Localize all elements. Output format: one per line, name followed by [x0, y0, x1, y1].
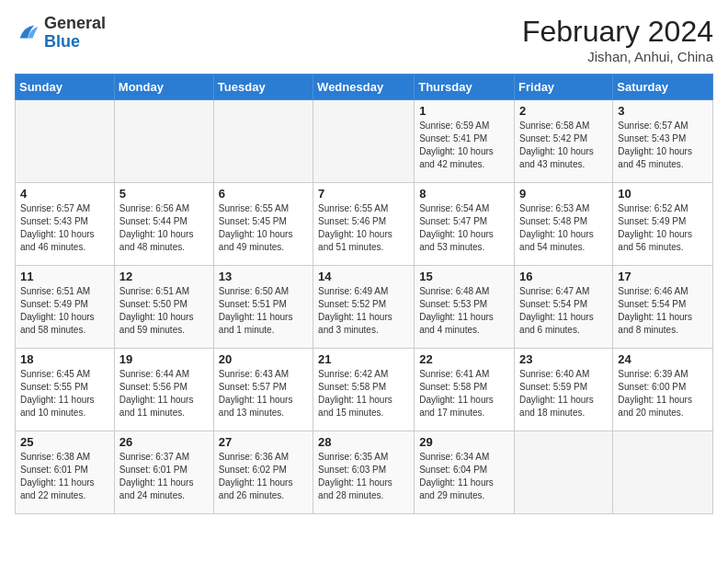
day-number: 13: [219, 270, 308, 283]
day-number: 27: [219, 435, 308, 449]
day-info: Sunrise: 6:43 AM Sunset: 5:57 PM Dayligh…: [219, 368, 308, 419]
day-number: 21: [318, 352, 409, 366]
calendar-cell: [213, 100, 313, 183]
logo-general: General: [44, 15, 106, 33]
calendar-cell: 3Sunrise: 6:57 AM Sunset: 5:43 PM Daylig…: [613, 100, 713, 183]
day-number: 17: [618, 270, 708, 283]
calendar-week-row: 4Sunrise: 6:57 AM Sunset: 5:43 PM Daylig…: [16, 183, 713, 266]
day-info: Sunrise: 6:40 AM Sunset: 5:59 PM Dayligh…: [519, 368, 608, 419]
calendar-cell: 19Sunrise: 6:44 AM Sunset: 5:56 PM Dayli…: [114, 349, 213, 431]
day-info: Sunrise: 6:35 AM Sunset: 6:03 PM Dayligh…: [318, 451, 409, 502]
calendar-cell: 10Sunrise: 6:52 AM Sunset: 5:49 PM Dayli…: [613, 183, 713, 266]
day-number: 18: [20, 352, 109, 366]
calendar-cell: 16Sunrise: 6:47 AM Sunset: 5:54 PM Dayli…: [515, 266, 613, 349]
calendar-header-row: SundayMondayTuesdayWednesdayThursdayFrid…: [16, 75, 713, 100]
day-of-week-header: Thursday: [415, 75, 515, 100]
day-info: Sunrise: 6:57 AM Sunset: 5:43 PM Dayligh…: [20, 202, 109, 254]
calendar-cell: [613, 431, 713, 514]
calendar-cell: 13Sunrise: 6:50 AM Sunset: 5:51 PM Dayli…: [213, 266, 313, 349]
day-info: Sunrise: 6:50 AM Sunset: 5:51 PM Dayligh…: [219, 285, 308, 337]
day-number: 20: [219, 352, 308, 366]
calendar-cell: 6Sunrise: 6:55 AM Sunset: 5:45 PM Daylig…: [213, 183, 313, 266]
day-number: 19: [119, 352, 209, 366]
calendar-week-row: 18Sunrise: 6:45 AM Sunset: 5:55 PM Dayli…: [16, 349, 713, 431]
calendar-cell: 25Sunrise: 6:38 AM Sunset: 6:01 PM Dayli…: [16, 431, 115, 514]
calendar-cell: [313, 100, 415, 183]
day-info: Sunrise: 6:54 AM Sunset: 5:47 PM Dayligh…: [419, 202, 509, 254]
day-number: 6: [219, 187, 308, 201]
day-of-week-header: Sunday: [16, 75, 115, 100]
calendar-week-row: 11Sunrise: 6:51 AM Sunset: 5:49 PM Dayli…: [16, 266, 713, 349]
calendar-cell: 20Sunrise: 6:43 AM Sunset: 5:57 PM Dayli…: [213, 349, 313, 431]
day-info: Sunrise: 6:44 AM Sunset: 5:56 PM Dayligh…: [119, 368, 209, 419]
day-info: Sunrise: 6:46 AM Sunset: 5:54 PM Dayligh…: [618, 285, 708, 337]
calendar-cell: 26Sunrise: 6:37 AM Sunset: 6:01 PM Dayli…: [114, 431, 213, 514]
day-info: Sunrise: 6:56 AM Sunset: 5:44 PM Dayligh…: [119, 202, 209, 254]
calendar-cell: 29Sunrise: 6:34 AM Sunset: 6:04 PM Dayli…: [415, 431, 515, 514]
calendar-cell: 15Sunrise: 6:48 AM Sunset: 5:53 PM Dayli…: [415, 266, 515, 349]
calendar-location: Jishan, Anhui, China: [522, 49, 713, 64]
day-number: 11: [20, 270, 109, 283]
day-info: Sunrise: 6:39 AM Sunset: 6:00 PM Dayligh…: [618, 368, 708, 419]
day-number: 24: [618, 352, 708, 366]
calendar-table: SundayMondayTuesdayWednesdayThursdayFrid…: [15, 74, 713, 514]
day-number: 12: [119, 270, 209, 283]
day-info: Sunrise: 6:49 AM Sunset: 5:52 PM Dayligh…: [318, 285, 409, 337]
day-info: Sunrise: 6:37 AM Sunset: 6:01 PM Dayligh…: [119, 451, 209, 502]
calendar-cell: 9Sunrise: 6:53 AM Sunset: 5:48 PM Daylig…: [515, 183, 613, 266]
day-info: Sunrise: 6:52 AM Sunset: 5:49 PM Dayligh…: [618, 202, 708, 254]
calendar-week-row: 25Sunrise: 6:38 AM Sunset: 6:01 PM Dayli…: [16, 431, 713, 514]
calendar-cell: 4Sunrise: 6:57 AM Sunset: 5:43 PM Daylig…: [16, 183, 115, 266]
day-number: 1: [419, 104, 509, 118]
calendar-cell: 22Sunrise: 6:41 AM Sunset: 5:58 PM Dayli…: [415, 349, 515, 431]
calendar-cell: 14Sunrise: 6:49 AM Sunset: 5:52 PM Dayli…: [313, 266, 415, 349]
day-of-week-header: Monday: [114, 75, 213, 100]
day-info: Sunrise: 6:55 AM Sunset: 5:45 PM Dayligh…: [219, 202, 308, 254]
day-of-week-header: Friday: [515, 75, 613, 100]
day-number: 14: [318, 270, 409, 283]
calendar-cell: 7Sunrise: 6:55 AM Sunset: 5:46 PM Daylig…: [313, 183, 415, 266]
calendar-cell: 24Sunrise: 6:39 AM Sunset: 6:00 PM Dayli…: [613, 349, 713, 431]
day-number: 28: [318, 435, 409, 449]
day-info: Sunrise: 6:53 AM Sunset: 5:48 PM Dayligh…: [519, 202, 608, 254]
day-info: Sunrise: 6:59 AM Sunset: 5:41 PM Dayligh…: [419, 120, 509, 171]
day-info: Sunrise: 6:51 AM Sunset: 5:50 PM Dayligh…: [119, 285, 209, 337]
calendar-title: February 2024: [522, 15, 713, 49]
calendar-cell: 11Sunrise: 6:51 AM Sunset: 5:49 PM Dayli…: [16, 266, 115, 349]
calendar-cell: 2Sunrise: 6:58 AM Sunset: 5:42 PM Daylig…: [515, 100, 613, 183]
logo-blue: Blue: [44, 33, 106, 52]
calendar-cell: 8Sunrise: 6:54 AM Sunset: 5:47 PM Daylig…: [415, 183, 515, 266]
calendar-cell: 28Sunrise: 6:35 AM Sunset: 6:03 PM Dayli…: [313, 431, 415, 514]
day-number: 16: [519, 270, 608, 283]
day-info: Sunrise: 6:36 AM Sunset: 6:02 PM Dayligh…: [219, 451, 308, 502]
day-number: 29: [419, 435, 509, 449]
day-info: Sunrise: 6:47 AM Sunset: 5:54 PM Dayligh…: [519, 285, 608, 337]
day-info: Sunrise: 6:58 AM Sunset: 5:42 PM Dayligh…: [519, 120, 608, 171]
day-number: 22: [419, 352, 509, 366]
calendar-week-row: 1Sunrise: 6:59 AM Sunset: 5:41 PM Daylig…: [16, 100, 713, 183]
logo-bird-icon: [15, 20, 40, 46]
calendar-cell: [114, 100, 213, 183]
day-number: 3: [618, 104, 708, 118]
day-number: 10: [618, 187, 708, 201]
day-info: Sunrise: 6:57 AM Sunset: 5:43 PM Dayligh…: [618, 120, 708, 171]
calendar-cell: 21Sunrise: 6:42 AM Sunset: 5:58 PM Dayli…: [313, 349, 415, 431]
day-number: 2: [519, 104, 608, 118]
day-number: 8: [419, 187, 509, 201]
calendar-cell: [515, 431, 613, 514]
day-info: Sunrise: 6:51 AM Sunset: 5:49 PM Dayligh…: [20, 285, 109, 337]
day-number: 7: [318, 187, 409, 201]
calendar-cell: 18Sunrise: 6:45 AM Sunset: 5:55 PM Dayli…: [16, 349, 115, 431]
day-of-week-header: Wednesday: [313, 75, 415, 100]
day-info: Sunrise: 6:45 AM Sunset: 5:55 PM Dayligh…: [20, 368, 109, 419]
day-of-week-header: Saturday: [613, 75, 713, 100]
calendar-cell: 17Sunrise: 6:46 AM Sunset: 5:54 PM Dayli…: [613, 266, 713, 349]
calendar-cell: 12Sunrise: 6:51 AM Sunset: 5:50 PM Dayli…: [114, 266, 213, 349]
logo-text: General Blue: [44, 15, 106, 52]
calendar-cell: [16, 100, 115, 183]
day-number: 15: [419, 270, 509, 283]
logo: General Blue: [15, 15, 106, 52]
page-header: General Blue February 2024 Jishan, Anhui…: [15, 15, 713, 64]
day-number: 23: [519, 352, 608, 366]
day-info: Sunrise: 6:41 AM Sunset: 5:58 PM Dayligh…: [419, 368, 509, 419]
